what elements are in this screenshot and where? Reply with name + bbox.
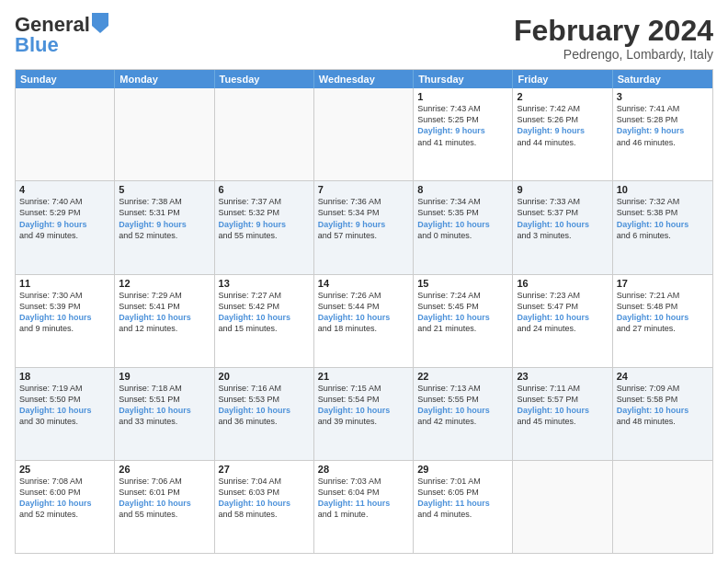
daylight-label: Daylight: 10 hours <box>617 312 709 323</box>
cal-cell <box>215 88 314 180</box>
sunrise-line: Sunrise: 7:23 AM <box>517 290 608 301</box>
daylight-label: Daylight: 10 hours <box>219 405 310 416</box>
sunrise-line: Sunrise: 7:08 AM <box>19 476 110 487</box>
daylight-label: Daylight: 10 hours <box>617 405 709 416</box>
cal-cell <box>613 461 712 553</box>
daylight-label: Daylight: 10 hours <box>119 405 210 416</box>
daylight-label: Daylight: 10 hours <box>517 219 608 230</box>
cal-cell <box>16 88 115 180</box>
sunrise-line: Sunrise: 7:30 AM <box>19 290 110 301</box>
sunset-line: Sunset: 5:38 PM <box>617 207 709 218</box>
col-header-tuesday: Tuesday <box>215 70 314 88</box>
col-header-saturday: Saturday <box>613 70 712 88</box>
daylight-label: Daylight: 9 hours <box>617 125 709 136</box>
sunrise-line: Sunrise: 7:09 AM <box>617 383 709 394</box>
daylight-label: Daylight: 9 hours <box>318 219 409 230</box>
extra-line: and 49 minutes. <box>19 230 110 241</box>
cal-cell: 10Sunrise: 7:32 AMSunset: 5:38 PMDayligh… <box>613 181 712 273</box>
cal-cell: 27Sunrise: 7:04 AMSunset: 6:03 PMDayligh… <box>215 461 314 553</box>
cal-cell: 26Sunrise: 7:06 AMSunset: 6:01 PMDayligh… <box>115 461 214 553</box>
day-number: 10 <box>617 184 709 195</box>
sunrise-line: Sunrise: 7:32 AM <box>617 196 709 207</box>
daylight-label: Daylight: 9 hours <box>417 125 508 136</box>
cal-cell: 11Sunrise: 7:30 AMSunset: 5:39 PMDayligh… <box>16 275 115 367</box>
day-number: 24 <box>617 371 709 382</box>
cal-cell: 7Sunrise: 7:36 AMSunset: 5:34 PMDaylight… <box>314 181 414 273</box>
sunset-line: Sunset: 5:25 PM <box>417 114 508 125</box>
cal-cell <box>513 461 612 553</box>
cal-cell: 17Sunrise: 7:21 AMSunset: 5:48 PMDayligh… <box>613 275 712 367</box>
extra-line: and 46 minutes. <box>617 137 709 148</box>
sunset-line: Sunset: 6:05 PM <box>417 487 508 498</box>
extra-line: and 42 minutes. <box>417 416 508 427</box>
month-title: February 2024 <box>514 15 713 47</box>
cal-cell: 28Sunrise: 7:03 AMSunset: 6:04 PMDayligh… <box>314 461 414 553</box>
location: Pedrengo, Lombardy, Italy <box>514 47 713 62</box>
week-row-2: 4Sunrise: 7:40 AMSunset: 5:29 PMDaylight… <box>16 181 712 274</box>
day-number: 23 <box>517 371 608 382</box>
logo-text-general: General <box>15 15 90 35</box>
sunrise-line: Sunrise: 7:42 AM <box>517 103 608 114</box>
day-number: 8 <box>417 184 508 195</box>
day-number: 12 <box>119 278 210 289</box>
extra-line: and 1 minute. <box>318 509 409 520</box>
sunrise-line: Sunrise: 7:11 AM <box>517 383 608 394</box>
sunset-line: Sunset: 5:37 PM <box>517 207 608 218</box>
cal-cell: 12Sunrise: 7:29 AMSunset: 5:41 PMDayligh… <box>115 275 214 367</box>
sunrise-line: Sunrise: 7:27 AM <box>219 290 310 301</box>
daylight-label: Daylight: 10 hours <box>219 498 310 509</box>
day-number: 22 <box>417 371 508 382</box>
daylight-label: Daylight: 10 hours <box>318 312 409 323</box>
sunrise-line: Sunrise: 7:33 AM <box>517 196 608 207</box>
day-number: 2 <box>517 91 608 102</box>
daylight-label: Daylight: 9 hours <box>219 219 310 230</box>
daylight-label: Daylight: 11 hours <box>417 498 508 509</box>
day-number: 16 <box>517 278 608 289</box>
extra-line: and 52 minutes. <box>119 230 210 241</box>
daylight-label: Daylight: 10 hours <box>517 405 608 416</box>
day-number: 14 <box>318 278 409 289</box>
sunset-line: Sunset: 6:01 PM <box>119 487 210 498</box>
day-number: 21 <box>318 371 409 382</box>
col-header-wednesday: Wednesday <box>314 70 414 88</box>
logo: General Blue <box>15 15 108 55</box>
cal-cell: 18Sunrise: 7:19 AMSunset: 5:50 PMDayligh… <box>16 368 115 460</box>
sunset-line: Sunset: 5:53 PM <box>219 394 310 405</box>
cal-cell: 13Sunrise: 7:27 AMSunset: 5:42 PMDayligh… <box>215 275 314 367</box>
calendar-body: 1Sunrise: 7:43 AMSunset: 5:25 PMDaylight… <box>16 88 712 553</box>
sunset-line: Sunset: 5:35 PM <box>417 207 508 218</box>
extra-line: and 58 minutes. <box>219 509 310 520</box>
daylight-label: Daylight: 10 hours <box>219 312 310 323</box>
cal-cell: 29Sunrise: 7:01 AMSunset: 6:05 PMDayligh… <box>414 461 513 553</box>
extra-line: and 52 minutes. <box>19 509 110 520</box>
cal-cell: 22Sunrise: 7:13 AMSunset: 5:55 PMDayligh… <box>414 368 513 460</box>
cal-cell: 6Sunrise: 7:37 AMSunset: 5:32 PMDaylight… <box>215 181 314 273</box>
week-row-5: 25Sunrise: 7:08 AMSunset: 6:00 PMDayligh… <box>16 461 712 553</box>
sunrise-line: Sunrise: 7:04 AM <box>219 476 310 487</box>
cal-cell: 1Sunrise: 7:43 AMSunset: 5:25 PMDaylight… <box>414 88 513 180</box>
sunrise-line: Sunrise: 7:19 AM <box>19 383 110 394</box>
sunset-line: Sunset: 5:44 PM <box>318 301 409 312</box>
extra-line: and 4 minutes. <box>417 509 508 520</box>
day-number: 26 <box>119 464 210 475</box>
cal-cell: 20Sunrise: 7:16 AMSunset: 5:53 PMDayligh… <box>215 368 314 460</box>
cal-cell: 23Sunrise: 7:11 AMSunset: 5:57 PMDayligh… <box>513 368 612 460</box>
day-number: 19 <box>119 371 210 382</box>
sunset-line: Sunset: 6:00 PM <box>19 487 110 498</box>
cal-cell: 19Sunrise: 7:18 AMSunset: 5:51 PMDayligh… <box>115 368 214 460</box>
day-number: 4 <box>19 184 110 195</box>
sunset-line: Sunset: 6:03 PM <box>219 487 310 498</box>
day-number: 18 <box>19 371 110 382</box>
daylight-label: Daylight: 10 hours <box>119 498 210 509</box>
week-row-4: 18Sunrise: 7:19 AMSunset: 5:50 PMDayligh… <box>16 368 712 461</box>
extra-line: and 30 minutes. <box>19 416 110 427</box>
cal-cell: 16Sunrise: 7:23 AMSunset: 5:47 PMDayligh… <box>513 275 612 367</box>
sunset-line: Sunset: 5:51 PM <box>119 394 210 405</box>
sunset-line: Sunset: 5:32 PM <box>219 207 310 218</box>
day-number: 27 <box>219 464 310 475</box>
day-number: 6 <box>219 184 310 195</box>
sunset-line: Sunset: 5:31 PM <box>119 207 210 218</box>
cal-cell <box>314 88 414 180</box>
day-number: 3 <box>617 91 709 102</box>
daylight-label: Daylight: 10 hours <box>517 312 608 323</box>
